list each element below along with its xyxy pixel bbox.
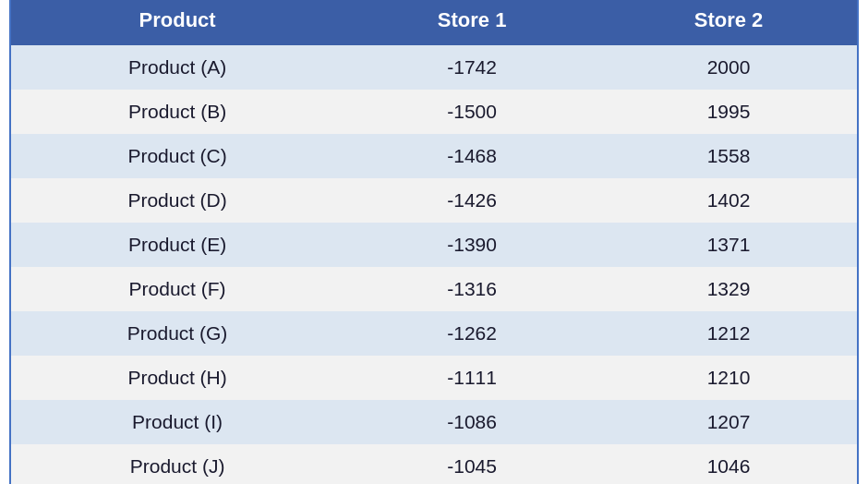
- header-store1: Store 1: [344, 0, 600, 45]
- cell-store2: 1210: [600, 356, 857, 400]
- cell-product: Product (B): [11, 90, 344, 134]
- cell-store2: 1402: [600, 178, 857, 223]
- cell-product: Product (A): [11, 45, 344, 90]
- cell-store1: -1742: [344, 45, 600, 90]
- table-header-row: Product Store 1 Store 2: [11, 0, 857, 45]
- cell-store1: -1262: [344, 311, 600, 356]
- table-row: Product (D)-14261402: [11, 178, 857, 223]
- cell-store1: -1500: [344, 90, 600, 134]
- cell-store2: 1046: [600, 444, 857, 484]
- cell-product: Product (C): [11, 134, 344, 178]
- cell-store1: -1086: [344, 400, 600, 444]
- table-body: Product (A)-17422000Product (B)-15001995…: [11, 45, 857, 484]
- cell-store1: -1426: [344, 178, 600, 223]
- cell-store1: -1045: [344, 444, 600, 484]
- cell-store2: 1212: [600, 311, 857, 356]
- table-row: Product (F)-13161329: [11, 267, 857, 311]
- cell-store2: 1329: [600, 267, 857, 311]
- table-row: Product (G)-12621212: [11, 311, 857, 356]
- cell-product: Product (H): [11, 356, 344, 400]
- table-row: Product (B)-15001995: [11, 90, 857, 134]
- cell-store1: -1111: [344, 356, 600, 400]
- header-product: Product: [11, 0, 344, 45]
- table-row: Product (I)-10861207: [11, 400, 857, 444]
- cell-product: Product (G): [11, 311, 344, 356]
- table-row: Product (J)-10451046: [11, 444, 857, 484]
- header-store2: Store 2: [600, 0, 857, 45]
- table-row: Product (E)-13901371: [11, 223, 857, 267]
- table-row: Product (C)-14681558: [11, 134, 857, 178]
- cell-product: Product (J): [11, 444, 344, 484]
- cell-store1: -1316: [344, 267, 600, 311]
- data-table: Product Store 1 Store 2 Product (A)-1742…: [11, 0, 857, 484]
- cell-product: Product (D): [11, 178, 344, 223]
- cell-product: Product (E): [11, 223, 344, 267]
- cell-store2: 1371: [600, 223, 857, 267]
- cell-product: Product (F): [11, 267, 344, 311]
- cell-product: Product (I): [11, 400, 344, 444]
- cell-store2: 1207: [600, 400, 857, 444]
- cell-store2: 1995: [600, 90, 857, 134]
- cell-store1: -1390: [344, 223, 600, 267]
- table-row: Product (H)-11111210: [11, 356, 857, 400]
- cell-store1: -1468: [344, 134, 600, 178]
- table-row: Product (A)-17422000: [11, 45, 857, 90]
- cell-store2: 1558: [600, 134, 857, 178]
- main-table-container: Product Store 1 Store 2 Product (A)-1742…: [9, 0, 859, 484]
- cell-store2: 2000: [600, 45, 857, 90]
